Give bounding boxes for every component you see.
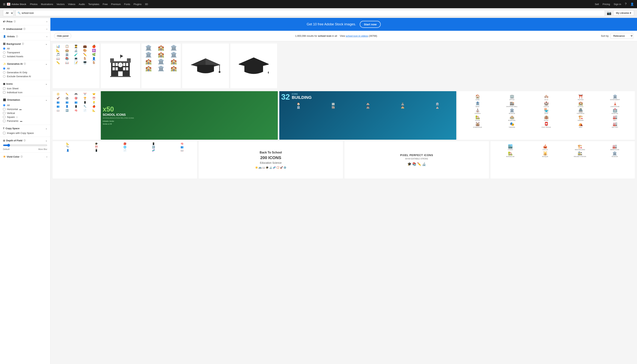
artists-collapse-icon[interactable]: ‹ <box>47 35 47 38</box>
pixel-perfect-card[interactable]: PIXEL PERFECT ICONS 64×64 EDITABLE STROK… <box>344 141 489 178</box>
icon-cell: 📱 <box>139 142 167 145</box>
back-to-school-card[interactable]: Back To School 200 ICONS Education Scien… <box>199 141 343 178</box>
nav-templates[interactable]: Templates <box>88 3 99 6</box>
image-grid-row3: 📐 🎓 🎒 📱 🧠 🔭 ⏰ 🌐 🔤 👥 👤 📱 📄 🧬 <box>50 140 637 178</box>
artists-label: Artists <box>7 35 15 38</box>
sidebar-icons-header[interactable]: ▣ Icons ⌄ <box>3 82 47 85</box>
icon-cell: 📖 <box>54 57 62 60</box>
svg-rect-6 <box>116 63 118 66</box>
bldg-railway-station: 🚉 RAILWAY STATION <box>563 151 597 157</box>
nav-photos[interactable]: Photos <box>30 3 37 6</box>
image-card-icon-sheet-2[interactable]: 📀 ✏️ 🎮 ✂️ 🤝 🚀 ⚽ 🎯 🏆 ⏰ 👥 👥 👥 📱 <box>53 91 99 140</box>
nav-free[interactable]: Free <box>103 3 108 6</box>
background-chevron-icon[interactable]: ⌄ <box>45 43 47 45</box>
icon-cell: 💻 <box>72 57 80 60</box>
my-libraries-button[interactable]: My Libraries ▾ <box>613 10 634 16</box>
generative-ai-chevron-icon[interactable]: ⌄ <box>45 63 47 65</box>
sidebar-depth-of-field-header[interactable]: ◎ Depth of Field ⓘ ⌄ <box>3 139 47 142</box>
user-icon[interactable]: 👤 <box>630 2 634 6</box>
sidebar-price-header[interactable]: 🏷 Price ⓘ ‹ <box>3 20 47 23</box>
depth-of-field-chevron-icon[interactable]: ⌄ <box>45 139 47 142</box>
icon-sheet-check[interactable]: Icon Sheet <box>3 87 47 90</box>
orientation-chevron-icon[interactable]: ⌄ <box>45 99 47 101</box>
nav-videos[interactable]: Videos <box>68 3 75 6</box>
sidebar-vivid-color-header[interactable]: ☀ Vivid Color ⓘ ‹ <box>3 155 47 158</box>
orient-all-radio[interactable] <box>3 104 6 106</box>
app-grid-icon[interactable]: ⊞ <box>3 2 6 6</box>
background-transparent-radio[interactable]: Transparent <box>3 51 47 54</box>
nav-vectors[interactable]: Vectors <box>57 3 65 6</box>
start-now-button[interactable]: Start now <box>360 21 381 28</box>
price-collapse-icon[interactable]: ‹ <box>47 20 47 23</box>
depth-of-field-slider[interactable] <box>3 144 47 147</box>
school-building-svg: 🕐 <box>109 53 132 79</box>
content-area: Get 10 free Adobe Stock images. Start no… <box>50 18 637 364</box>
nav-sign-in[interactable]: Sign in <box>614 3 621 6</box>
bts-icon: 📖 <box>262 166 265 169</box>
orient-square-check[interactable] <box>3 116 6 118</box>
gen-ai-all-radio[interactable]: All <box>3 67 47 70</box>
bts-icon: 🔬 <box>269 166 272 169</box>
nav-pricing[interactable]: Pricing <box>603 3 610 6</box>
image-card-2[interactable]: 🕐 <box>101 44 140 88</box>
bts-icon: 🚌 <box>259 166 262 169</box>
background-all-radio[interactable]: All <box>3 47 47 50</box>
copy-space-chevron-icon[interactable]: ⌄ <box>45 127 47 130</box>
background-isolated-check[interactable]: Isolated Assets <box>3 55 47 58</box>
icon-cell: 💼 <box>81 44 89 48</box>
artists-info-icon: ⓘ <box>16 35 18 38</box>
orient-horizontal-check[interactable] <box>3 108 6 110</box>
sidebar-artists-header[interactable]: 👤 Artists ⓘ ‹ <box>3 35 47 38</box>
nav-3d[interactable]: 3D <box>145 3 148 6</box>
nav-sell[interactable]: Sell <box>595 3 599 6</box>
search-type-select[interactable]: All <box>3 10 14 16</box>
nav-plugins[interactable]: Plugins <box>133 3 141 6</box>
undiscovered-label: Undiscovered <box>6 28 22 30</box>
nav-fonts[interactable]: Fonts <box>124 3 130 6</box>
sidebar-copy-space-header[interactable]: T Copy Space ⌄ <box>3 127 47 130</box>
sidebar-generative-ai-header[interactable]: ✨ Generative AI ⓘ ⌄ <box>3 62 47 65</box>
image-card-1[interactable]: 📊 📋 👨‍🎓 💼 🍎 📐 🏫 🔬 🎨 ⚛️ 🎵 🏛️ 🧪 ✏ <box>53 44 99 88</box>
sort-select[interactable]: Relevance Newest Undiscovered <box>610 33 633 39</box>
image-card-4[interactable] <box>182 44 229 88</box>
help-icon[interactable]: ? <box>625 2 626 6</box>
building-32-card[interactable]: 32 ICONS BUILDING 🏠 🏢 🏘️ 🏯 🏛️ 🏦 <box>279 91 456 140</box>
image-card-3[interactable]: 🏛️ 🏫 🏛️ 🏛️ 🏫 🏛️ 🏫 🏛️ 🏫 🏫 🏛️ 🏫 <box>141 44 181 88</box>
camera-search-icon[interactable]: 📷 <box>607 11 611 15</box>
icon-cell: 📱 <box>82 149 110 152</box>
orient-vertical-check[interactable] <box>3 112 6 114</box>
image-card-5[interactable] <box>230 44 277 88</box>
bldg-warehouse: 🏭 WAREHOUSE <box>598 144 632 150</box>
nav-illustrations[interactable]: Illustrations <box>41 3 53 6</box>
bldg-office: 🏢 oFFICE <box>495 94 529 100</box>
vivid-color-collapse-icon[interactable]: ‹ <box>47 156 47 158</box>
copy-space-check[interactable]: Images with Copy Space <box>3 132 47 134</box>
sidebar-undiscovered-header[interactable]: ✦ Undiscovered ⓘ ‹ <box>3 28 47 30</box>
search-input[interactable] <box>22 12 603 14</box>
bldg-tent: ⛺ TENT <box>564 122 597 128</box>
content-toolbar: Hide panel 1,900,098 results for school … <box>50 31 637 41</box>
individual-icon-check[interactable]: Individual Icon <box>3 91 47 94</box>
gen-ai-only-radio[interactable]: Generative AI Only <box>3 71 47 74</box>
sidebar-orientation-header[interactable]: ⬛ Orientation ⌄ <box>3 98 47 101</box>
icon-cell: 🪑 <box>90 61 98 64</box>
nav-audio[interactable]: Audio <box>79 3 85 6</box>
gen-ai-exclude-radio[interactable]: Exclude Generative AI <box>3 75 47 78</box>
image-card-icons-3[interactable]: 📐 🎓 🎒 📱 🧠 🔭 ⏰ 🌐 🔤 👥 👤 📱 📄 🧬 <box>53 141 197 178</box>
pixel-perfect-title: PIXEL PERFECT ICONS <box>400 154 433 157</box>
hide-panel-button[interactable]: Hide panel <box>54 33 71 39</box>
undiscovered-collapse-icon[interactable]: ‹ <box>47 28 47 30</box>
bldg-mosque: 🕌 MOSQUE <box>528 151 562 157</box>
adobe-stock-logo[interactable]: St Adobe Stock <box>7 3 26 6</box>
sidebar-background-header[interactable]: 🖼 Background ⓘ ⌄ <box>3 42 47 45</box>
icons-chevron-icon[interactable]: ⌄ <box>45 82 47 85</box>
bts-icon: ⚙️ <box>283 166 286 169</box>
video-link[interactable]: school icon in videos <box>346 34 368 37</box>
orient-panoramic-check[interactable] <box>3 120 6 122</box>
orientation-label: Orientation <box>7 98 20 101</box>
school-icons-50-card[interactable]: x50 SCHOOL ICONS SCHOOL/EDUCATION RELATE… <box>101 91 278 140</box>
more-buildings-card[interactable]: 🏙️ CONDO 🎪 CIRCUS 🏗️ NEW BUILDING � <box>490 141 635 178</box>
building-icons-grid-card[interactable]: 🏠 HOME 🏢 oFFICE 🏘️ VILLA ⛩️ <box>458 91 635 140</box>
icon-cell: 🧬 <box>139 149 167 152</box>
nav-premium[interactable]: Premium <box>111 3 121 6</box>
